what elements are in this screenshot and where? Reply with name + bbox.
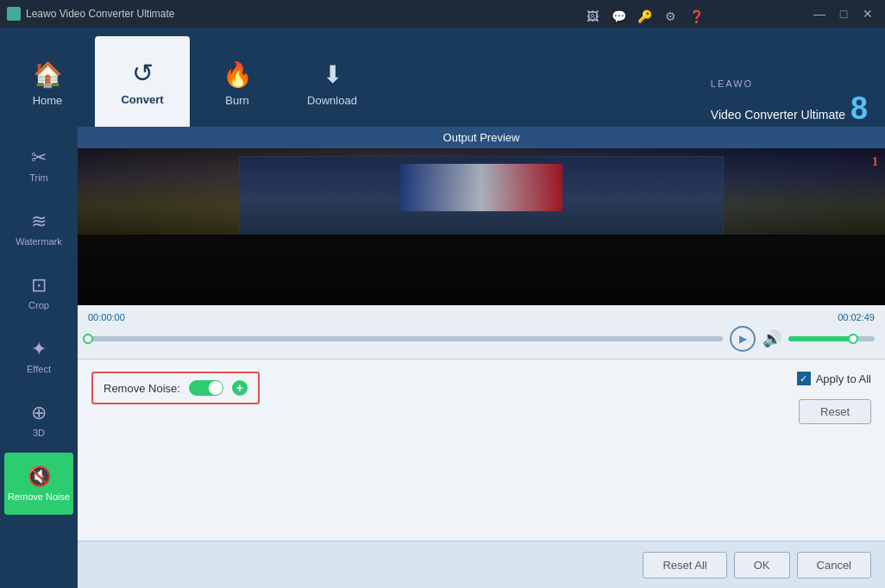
progress-thumb bbox=[83, 334, 93, 344]
sidebar-item-watermark[interactable]: ≋ Watermark bbox=[4, 197, 73, 260]
burn-icon: 🔥 bbox=[223, 60, 253, 89]
volume-slider[interactable] bbox=[788, 336, 875, 341]
title-bar: Leawo Video Converter Ultimate 🖼 💬 🔑 ⚙ ❓… bbox=[0, 0, 885, 28]
sidebar-watermark-label: Watermark bbox=[16, 236, 61, 247]
image-icon[interactable]: 🖼 bbox=[581, 5, 604, 28]
brand-product: Video Converter Ultimate bbox=[711, 108, 845, 122]
volume-thumb bbox=[848, 334, 858, 344]
help-icon[interactable]: ❓ bbox=[685, 5, 707, 28]
tab-convert[interactable]: ↺ Convert bbox=[95, 36, 190, 127]
maximize-button[interactable]: □ bbox=[833, 5, 854, 22]
window-controls: — □ ✕ bbox=[809, 5, 878, 22]
progress-bar[interactable] bbox=[88, 336, 723, 341]
sidebar-3d-label: 3D bbox=[33, 428, 45, 438]
sidebar-crop-label: Crop bbox=[28, 300, 49, 310]
nav-tabs: 🏠 Home ↺ Convert 🔥 Burn ⬇ Download LEAWO… bbox=[0, 28, 885, 127]
preview-header: Output Preview bbox=[78, 127, 885, 148]
settings-icon[interactable]: ⚙ bbox=[659, 5, 681, 28]
tab-download-label: Download bbox=[307, 94, 357, 107]
channel-logo: 1 bbox=[872, 155, 878, 169]
content-panel: Output Preview 1 «Там шли два брата» bbox=[78, 127, 885, 588]
time-display: 00:00:00 00:02:49 bbox=[88, 312, 875, 322]
video-preview: 1 «Там шли два брата» bbox=[78, 148, 885, 305]
time-end: 00:02:49 bbox=[838, 312, 875, 322]
volume-icon[interactable]: 🔊 bbox=[763, 329, 781, 348]
app-icon bbox=[7, 7, 21, 21]
download-icon: ⬇ bbox=[323, 60, 342, 89]
app-title: Leawo Video Converter Ultimate bbox=[26, 8, 175, 20]
effect-controls-panel: Remove Noise: + ✓ Apply to All Reset bbox=[78, 360, 885, 541]
effect-icon: ✦ bbox=[31, 338, 47, 360]
play-icon: ▶ bbox=[739, 333, 747, 345]
tab-burn[interactable]: 🔥 Burn bbox=[190, 41, 285, 127]
bottom-bar: Reset All OK Cancel bbox=[78, 541, 885, 588]
brand-version: 8 bbox=[850, 90, 868, 127]
tab-home[interactable]: 🏠 Home bbox=[0, 41, 95, 127]
sidebar-effect-label: Effect bbox=[27, 364, 51, 374]
sidebar-trim-label: Trim bbox=[29, 172, 48, 183]
tab-burn-label: Burn bbox=[225, 94, 248, 107]
remove-noise-label: Remove Noise: bbox=[104, 382, 180, 395]
sidebar-item-crop[interactable]: ⊡ Crop bbox=[4, 261, 73, 323]
sidebar-item-effect[interactable]: ✦ Effect bbox=[4, 325, 73, 387]
reset-button[interactable]: Reset bbox=[799, 399, 871, 424]
remove-noise-row: Remove Noise: + bbox=[91, 372, 260, 404]
apply-to-all-label: Apply to All bbox=[816, 372, 871, 385]
toggle-add-button[interactable]: + bbox=[232, 380, 248, 396]
remove-noise-icon: 🔇 bbox=[28, 466, 51, 488]
reset-all-button[interactable]: Reset All bbox=[643, 552, 726, 579]
convert-icon: ↺ bbox=[132, 58, 154, 88]
watermark-icon: ≋ bbox=[31, 210, 47, 233]
remove-noise-toggle[interactable] bbox=[189, 380, 223, 396]
sidebar-remove-noise-label: Remove Noise bbox=[8, 491, 70, 502]
sidebar-item-remove-noise[interactable]: 🔇 Remove Noise bbox=[4, 453, 73, 515]
tab-home-label: Home bbox=[33, 94, 63, 107]
home-icon: 🏠 bbox=[33, 60, 63, 89]
tab-convert-label: Convert bbox=[121, 93, 163, 106]
3d-icon: ⊕ bbox=[31, 402, 47, 424]
play-button[interactable]: ▶ bbox=[730, 326, 756, 352]
stage-bottom bbox=[78, 235, 885, 305]
brand-area: LEAWO Video Converter Ultimate 8 bbox=[711, 78, 885, 127]
cancel-button[interactable]: Cancel bbox=[797, 552, 871, 579]
time-start: 00:00:00 bbox=[88, 312, 125, 322]
volume-fill bbox=[788, 336, 853, 341]
flag bbox=[400, 164, 562, 211]
minimize-button[interactable]: — bbox=[809, 5, 830, 22]
sidebar: ✂ Trim ≋ Watermark ⊡ Crop ✦ Effect ⊕ 3D … bbox=[0, 127, 78, 588]
sidebar-item-trim[interactable]: ✂ Trim bbox=[4, 134, 73, 196]
apply-to-all-checkbox[interactable]: ✓ bbox=[797, 372, 811, 385]
ok-button[interactable]: OK bbox=[734, 552, 790, 579]
video-frame: 1 «Там шли два брата» bbox=[78, 148, 885, 305]
key-icon[interactable]: 🔑 bbox=[633, 5, 656, 28]
trim-icon: ✂ bbox=[31, 147, 47, 169]
crop-icon: ⊡ bbox=[31, 274, 47, 297]
chat-icon[interactable]: 💬 bbox=[607, 5, 630, 28]
preview-title: Output Preview bbox=[443, 131, 520, 144]
sidebar-item-3d[interactable]: ⊕ 3D bbox=[4, 389, 73, 451]
brand-logo: LEAWO bbox=[711, 78, 868, 90]
close-button[interactable]: ✕ bbox=[857, 5, 878, 22]
progress-container: ▶ 🔊 bbox=[88, 326, 875, 352]
playback-bar: 00:00:00 00:02:49 ▶ 🔊 bbox=[78, 305, 885, 360]
tab-download[interactable]: ⬇ Download bbox=[285, 41, 380, 127]
main-content: ✂ Trim ≋ Watermark ⊡ Crop ✦ Effect ⊕ 3D … bbox=[0, 127, 885, 588]
toggle-knob bbox=[209, 381, 223, 395]
apply-to-all-row: ✓ Apply to All bbox=[797, 372, 871, 385]
